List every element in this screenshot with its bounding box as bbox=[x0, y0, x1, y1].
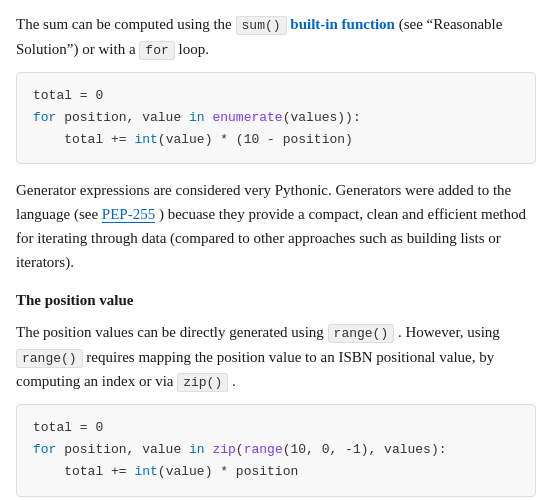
code-block-1: total = 0 for position, value in enumera… bbox=[16, 72, 536, 164]
code-line-3: total += int(value) * (10 - position) bbox=[33, 129, 519, 151]
intro-text-part1: The sum can be computed using the bbox=[16, 16, 232, 32]
builtin-label: built-in function bbox=[290, 16, 395, 32]
position-paragraph: The position values can be directly gene… bbox=[16, 320, 536, 394]
pep-255-link[interactable]: PEP-255 bbox=[102, 206, 155, 223]
code-line-1: total = 0 bbox=[33, 85, 519, 107]
generator-paragraph: Generator expressions are considered ver… bbox=[16, 178, 536, 274]
section-heading: The position value bbox=[16, 288, 536, 312]
code-line-2: for position, value in enumerate(values)… bbox=[33, 107, 519, 129]
sum-code: sum() bbox=[236, 16, 287, 35]
position-text-1: The position values can be directly gene… bbox=[16, 324, 328, 340]
code-line-5: for position, value in zip(range(10, 0, … bbox=[33, 439, 519, 461]
intro-text-part3: loop. bbox=[178, 41, 208, 57]
range-code-1: range() bbox=[328, 324, 395, 343]
code-line-6: total += int(value) * position bbox=[33, 461, 519, 483]
intro-paragraph: The sum can be computed using the sum() … bbox=[16, 12, 536, 62]
code-block-2: total = 0 for position, value in zip(ran… bbox=[16, 404, 536, 496]
range-code-2: range() bbox=[16, 349, 83, 368]
for-code: for bbox=[139, 41, 174, 60]
code-line-4: total = 0 bbox=[33, 417, 519, 439]
position-text-3: requires mapping the position value to a… bbox=[16, 349, 494, 390]
position-text-4: . bbox=[232, 373, 236, 389]
position-text-2: . However, using bbox=[398, 324, 500, 340]
zip-code: zip() bbox=[177, 373, 228, 392]
